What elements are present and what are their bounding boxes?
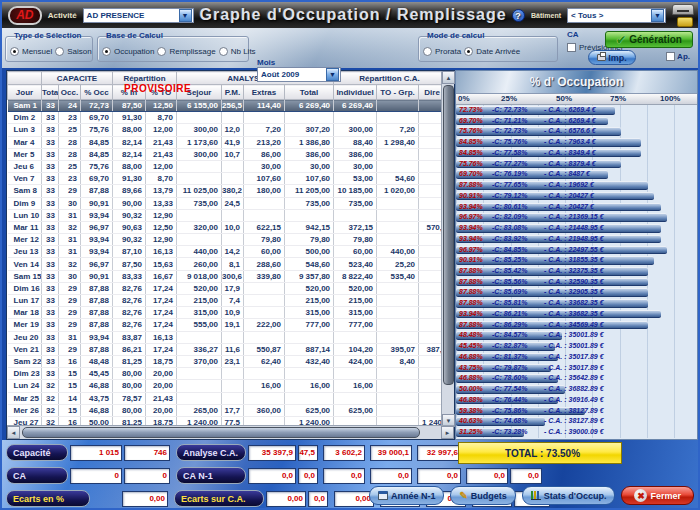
table-column-header[interactable]: Jour	[8, 85, 42, 100]
radio-occupation[interactable]	[102, 47, 111, 56]
radio-date-arrivee[interactable]	[464, 47, 473, 56]
scroll-left-icon[interactable]: ◄	[7, 426, 20, 439]
stats-occup-button[interactable]: Stats d'Occup.	[522, 486, 616, 505]
chart-row: 46.88%-C: 76.44%- C.A. : 36916.49 €	[456, 395, 697, 406]
value-cell: 82,76	[113, 319, 146, 331]
capacite-field[interactable]: 1 015	[70, 445, 122, 461]
table-row[interactable]: Sam 1332472,7387,5012,506 155,00256,5114…	[8, 100, 443, 112]
vertical-scroll-thumb[interactable]	[443, 85, 454, 385]
table-row[interactable]: Ven 14333296,9787,5015,63260,008,1288,60…	[8, 258, 443, 270]
mois-select[interactable]: Août 2009 ▼	[257, 67, 341, 82]
value-cell: 300,6	[222, 270, 244, 282]
radio-saison[interactable]	[55, 47, 64, 56]
table-row[interactable]: Dim 9333090,9190,0013,33735,0024,5735,00…	[8, 197, 443, 209]
ca-n1-field[interactable]: 0,0	[298, 468, 318, 484]
value-cell: 87,50	[113, 100, 146, 112]
ecarts-pct-label: Ecarts en %	[6, 490, 90, 507]
value-cell: 10,7	[222, 148, 244, 160]
table-column-header[interactable]: Occ.	[59, 85, 81, 100]
table-column-header[interactable]: TO - Grp.	[377, 85, 419, 100]
table-row[interactable]: Lun 24321546,8880,0020,0016,0016,0016,00	[8, 380, 443, 392]
table-row[interactable]: Mar 4332884,8582,1421,431 173,6041,9213,…	[8, 136, 443, 148]
table-row[interactable]: Sam 22331648,4881,2518,75370,0023,162,40…	[8, 355, 443, 367]
table-row[interactable]: Lun 10333193,9490,3212,90	[8, 209, 443, 221]
table-row[interactable]: Dim 23331545,4580,0020,00	[8, 368, 443, 380]
table-row[interactable]: Dim 16332987,8882,7617,24520,0017,9520,0…	[8, 282, 443, 294]
chart-row: 87.88%-C: 85.81%- C.A. : 33682.35 €	[456, 298, 697, 309]
ca-n1-field[interactable]: 0,0	[417, 468, 461, 484]
value-cell	[377, 112, 419, 124]
value-cell: 54,60	[377, 173, 419, 185]
activity-select[interactable]: AD PRESENCE ▼	[83, 8, 194, 23]
analyse-ca-field[interactable]: 32 997,6	[417, 445, 461, 461]
budgets-button[interactable]: ✎ Budgets	[450, 486, 515, 505]
bar-label: - C.A. : 22497.55 €	[544, 246, 604, 253]
table-row[interactable]: Jeu 6332575,7688,0012,0030,0030,0030,00	[8, 160, 443, 172]
table-row[interactable]: Mer 5332884,8582,1421,43300,0010,786,003…	[8, 148, 443, 160]
print-button[interactable]: Imp.	[588, 50, 636, 65]
ca-n1-field[interactable]: 0,0	[466, 468, 508, 484]
horizontal-scroll-thumb[interactable]	[22, 427, 420, 438]
chevron-down-icon[interactable]: ▼	[179, 9, 192, 22]
ca-field[interactable]: 0	[70, 468, 122, 484]
analyse-ca-field[interactable]: 35 397,9	[248, 445, 296, 461]
ca-field[interactable]: 0	[124, 468, 170, 484]
radio-date-arrivee-label: Date Arrivée	[476, 47, 520, 56]
table-row[interactable]: Mer 26321546,8880,0020,00265,0017,7360,0…	[8, 404, 443, 416]
fermer-button[interactable]: ✖ Fermer	[621, 486, 694, 505]
table-row[interactable]: Mer 19332987,8882,7617,24555,0019,1222,0…	[8, 319, 443, 331]
table-column-header[interactable]: Extras	[244, 85, 285, 100]
table-row[interactable]: Jeu 13333193,9487,1016,13440,0014,260,00…	[8, 246, 443, 258]
table-column-header[interactable]: Individuel	[334, 85, 377, 100]
table-vertical-scrollbar[interactable]: ▲ ▼	[441, 71, 454, 427]
table-row[interactable]: Mar 25321443,7578,5721,43	[8, 392, 443, 404]
value-cell: 28	[59, 148, 81, 160]
table-row[interactable]: Jeu 20333193,9483,8716,13	[8, 331, 443, 343]
annee-n1-button[interactable]: Année N-1	[369, 486, 445, 505]
table-row[interactable]: Lun 17332987,8882,7617,24215,007,4215,00…	[8, 295, 443, 307]
chevron-down-icon[interactable]: ▼	[651, 9, 664, 22]
table-row[interactable]: Dim 2332369,7091,308,70	[8, 112, 443, 124]
ecarts-ca-field[interactable]: 0,0	[308, 491, 328, 507]
chevron-down-icon[interactable]: ▼	[326, 68, 339, 81]
ca-n1-field[interactable]: 0,0	[323, 468, 365, 484]
minimize-button[interactable]	[672, 4, 694, 15]
scroll-up-icon[interactable]: ▲	[442, 71, 455, 84]
capacite-field[interactable]: 746	[124, 445, 170, 461]
ca-n1-field[interactable]: 0,0	[370, 468, 412, 484]
table-column-header[interactable]: % Occ	[81, 85, 113, 100]
batiment-select[interactable]: < Tous > ▼	[567, 8, 666, 23]
mail-icon[interactable]	[677, 17, 693, 27]
table-column-header[interactable]: P.M.	[222, 85, 244, 100]
table-column-header[interactable]: Total	[285, 85, 334, 100]
ap-checkbox[interactable]	[666, 52, 675, 61]
table-row[interactable]: Mer 12333193,9490,3212,9079,8079,8079,80	[8, 234, 443, 246]
table-row[interactable]: Sam 15333090,9183,3316,679 018,00300,633…	[8, 270, 443, 282]
table-column-header[interactable]: Dire	[419, 85, 442, 100]
generation-button[interactable]: ✔ Génération	[605, 31, 693, 48]
radio-remplissage[interactable]	[157, 47, 166, 56]
radio-prorata[interactable]	[423, 47, 432, 56]
table-column-header[interactable]: Total	[42, 85, 59, 100]
analyse-ca-field[interactable]: 3 602,2	[323, 445, 365, 461]
ecarts-ca-field[interactable]: 0,00	[266, 491, 306, 507]
ca-n1-field[interactable]: 0,0	[510, 468, 542, 484]
table-row[interactable]: Sam 8332987,8889,6613,7911 025,00380,218…	[8, 185, 443, 197]
table-row[interactable]: Ven 21332987,8886,2117,24336,2711,6550,8…	[8, 343, 443, 355]
table-row[interactable]: Mar 18332987,8882,7617,24315,0010,9315,0…	[8, 307, 443, 319]
ca-n1-field[interactable]: 0,0	[248, 468, 296, 484]
value-cell: 86,21	[113, 343, 146, 355]
bar-label: 93.94%	[459, 310, 483, 317]
scroll-right-icon[interactable]: ►	[441, 426, 454, 439]
ecarts-pct-field[interactable]: 0,00	[122, 491, 168, 507]
radio-nb-lits[interactable]	[219, 47, 228, 56]
help-icon[interactable]: ?	[512, 9, 525, 22]
table-row[interactable]: Lun 3332575,7688,0012,00300,0012,07,2030…	[8, 124, 443, 136]
analyse-ca-field[interactable]: 39 000,1	[370, 445, 412, 461]
radio-mensuel[interactable]	[10, 47, 19, 56]
table-row[interactable]: Ven 7332369,7091,308,70107,60107,6053,00…	[8, 173, 443, 185]
analyse-ca-field[interactable]: 47,5	[298, 445, 318, 461]
previsionnel-checkbox[interactable]	[567, 43, 576, 52]
table-horizontal-scrollbar[interactable]: ◄ ►	[7, 425, 454, 439]
table-row[interactable]: Mar 11333296,9790,6312,50320,0010,0622,1…	[8, 221, 443, 233]
